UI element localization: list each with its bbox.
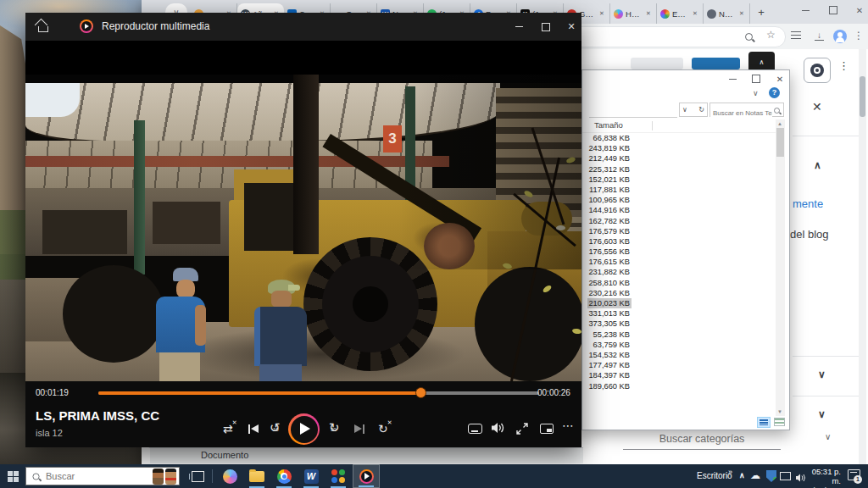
- ribbon-collapse-icon[interactable]: ∨: [753, 89, 759, 97]
- scrollbar-thumb[interactable]: [860, 76, 865, 117]
- mini-player-icon[interactable]: [540, 424, 554, 434]
- details-view-button[interactable]: [757, 417, 771, 428]
- scrollbar-thumb[interactable]: [776, 128, 784, 157]
- task-view-button[interactable]: [186, 464, 209, 488]
- tab-close-icon[interactable]: ✕: [739, 10, 746, 17]
- explorer-maximize-button[interactable]: [747, 73, 765, 85]
- file-size-cell[interactable]: 189,660 KB: [587, 381, 632, 391]
- file-size-cell[interactable]: 177,497 KB: [587, 360, 632, 370]
- reading-list-icon[interactable]: [791, 31, 801, 40]
- seek-bar[interactable]: [98, 391, 539, 395]
- word-button[interactable]: W: [298, 464, 324, 488]
- file-size-cell[interactable]: 210,023 KB: [587, 298, 632, 308]
- tab-close-icon[interactable]: ✕: [693, 10, 699, 17]
- file-size-cell[interactable]: 176,579 KB: [587, 226, 632, 236]
- extension-gear-button[interactable]: [804, 58, 831, 83]
- security-shield-icon[interactable]: [766, 470, 776, 482]
- next-track-icon[interactable]: [354, 424, 364, 434]
- clock[interactable]: 05:31 p. m. 17/01/2025: [804, 467, 841, 488]
- tray-show-hidden-icon[interactable]: ∧: [739, 471, 745, 480]
- browser-menu-dots-icon[interactable]: ⋮: [854, 30, 864, 42]
- zoom-icon[interactable]: [745, 33, 753, 41]
- page-button-blue[interactable]: [692, 58, 740, 69]
- page-menu-dots-icon[interactable]: ⋮: [838, 59, 849, 72]
- file-size-cell[interactable]: 230,216 KB: [587, 288, 632, 298]
- file-size-cell[interactable]: 144,916 KB: [587, 205, 632, 215]
- file-size-cell[interactable]: 66,838 KB: [587, 133, 632, 143]
- scroll-up-icon[interactable]: ▲: [777, 121, 782, 126]
- browser-close-button[interactable]: ✕: [847, 0, 868, 20]
- help-icon[interactable]: ?: [769, 87, 780, 98]
- start-button[interactable]: [0, 464, 25, 488]
- onedrive-tray-icon[interactable]: ☁: [750, 469, 760, 481]
- category-caret-icon[interactable]: ∨: [825, 432, 831, 441]
- explorer-scrollbar[interactable]: ▲ ▼: [776, 119, 785, 416]
- browser-tab[interactable]: Nuev ✕: [704, 3, 750, 24]
- browser-maximize-button[interactable]: [821, 0, 846, 20]
- page-button-gray[interactable]: [631, 58, 683, 69]
- file-explorer-button[interactable]: [244, 464, 270, 488]
- profile-avatar[interactable]: [833, 30, 847, 43]
- category-search-input[interactable]: [623, 429, 781, 450]
- file-size-cell[interactable]: 212,449 KB: [587, 153, 632, 164]
- address-bar[interactable]: [565, 26, 786, 47]
- explorer-search-box[interactable]: [709, 103, 784, 117]
- toolbar-expand-icon[interactable]: »: [728, 468, 732, 476]
- page-scrollbar[interactable]: [859, 49, 866, 464]
- explorer-search-input[interactable]: [710, 107, 772, 119]
- file-size-cell[interactable]: 55,238 KB: [587, 330, 632, 340]
- previous-track-icon[interactable]: [248, 424, 259, 434]
- file-size-cell[interactable]: 258,810 KB: [587, 278, 632, 288]
- media-player-taskbar-button[interactable]: [353, 464, 380, 488]
- file-size-cell[interactable]: 373,305 KB: [587, 319, 632, 329]
- home-icon[interactable]: [36, 19, 49, 33]
- explorer-close-button[interactable]: ✕: [771, 73, 789, 85]
- skip-forward-30-icon[interactable]: ↺30: [329, 420, 340, 435]
- file-size-cell[interactable]: 176,603 KB: [587, 236, 632, 247]
- file-size-cell[interactable]: 331,013 KB: [587, 308, 632, 319]
- address-bar-edge[interactable]: [589, 103, 677, 118]
- shuffle-off-icon[interactable]: ⇄✕: [223, 422, 233, 435]
- section-expand-icon[interactable]: ∨: [818, 369, 826, 380]
- fullscreen-icon[interactable]: [515, 422, 529, 439]
- more-options-icon[interactable]: ⋯: [562, 419, 574, 432]
- column-divider[interactable]: [652, 121, 653, 130]
- skip-back-10-icon[interactable]: ↺10: [270, 420, 281, 435]
- player-maximize-button[interactable]: [533, 13, 559, 41]
- explorer-minimize-button[interactable]: [723, 73, 742, 85]
- chrome-button[interactable]: [271, 464, 297, 488]
- volume-icon[interactable]: [491, 421, 506, 438]
- panel-close-icon[interactable]: ✕: [812, 100, 822, 114]
- file-size-cell[interactable]: 152,021 KB: [587, 175, 632, 185]
- desktop-toolbar-label[interactable]: Escritorio: [697, 471, 732, 480]
- tab-close-icon[interactable]: ✕: [599, 10, 606, 17]
- refresh-icon[interactable]: ↻: [698, 106, 704, 114]
- player-close-button[interactable]: ✕: [559, 13, 584, 41]
- file-size-cell[interactable]: 176,615 KB: [587, 257, 632, 267]
- subtitles-icon[interactable]: [468, 424, 482, 434]
- video-frame[interactable]: 3: [25, 75, 581, 381]
- player-minimize-button[interactable]: [506, 13, 531, 41]
- file-size-cell[interactable]: 243,819 KB: [587, 143, 632, 153]
- copilot-button[interactable]: [217, 464, 242, 488]
- file-size-cell[interactable]: 63,759 KB: [587, 340, 632, 350]
- taskbar-search-box[interactable]: [25, 467, 180, 485]
- file-size-cell[interactable]: 231,882 KB: [587, 267, 632, 277]
- repeat-off-icon[interactable]: ↻✕: [378, 422, 388, 435]
- page-link-fragment[interactable]: mente: [793, 197, 823, 210]
- size-column-header[interactable]: Tamaño: [582, 119, 776, 133]
- file-size-cell[interactable]: 162,782 KB: [587, 216, 632, 226]
- file-size-cell[interactable]: 117,881 KB: [587, 185, 632, 195]
- section-collapse-icon[interactable]: ∧: [814, 159, 821, 171]
- bookmark-star-icon[interactable]: ☆: [766, 29, 776, 41]
- file-size-cell[interactable]: 176,556 KB: [587, 247, 632, 257]
- new-tab-button[interactable]: +: [754, 5, 769, 20]
- tab-close-icon[interactable]: ✕: [646, 10, 653, 17]
- file-size-cell[interactable]: 184,397 KB: [587, 370, 632, 380]
- thumbnail-view-button[interactable]: [774, 418, 785, 426]
- play-button[interactable]: [288, 413, 320, 445]
- file-size-cell[interactable]: 225,312 KB: [587, 164, 632, 175]
- scroll-down-icon[interactable]: ▼: [777, 409, 782, 414]
- browser-tab[interactable]: Hotm ✕: [610, 3, 657, 24]
- seek-handle[interactable]: [415, 387, 426, 398]
